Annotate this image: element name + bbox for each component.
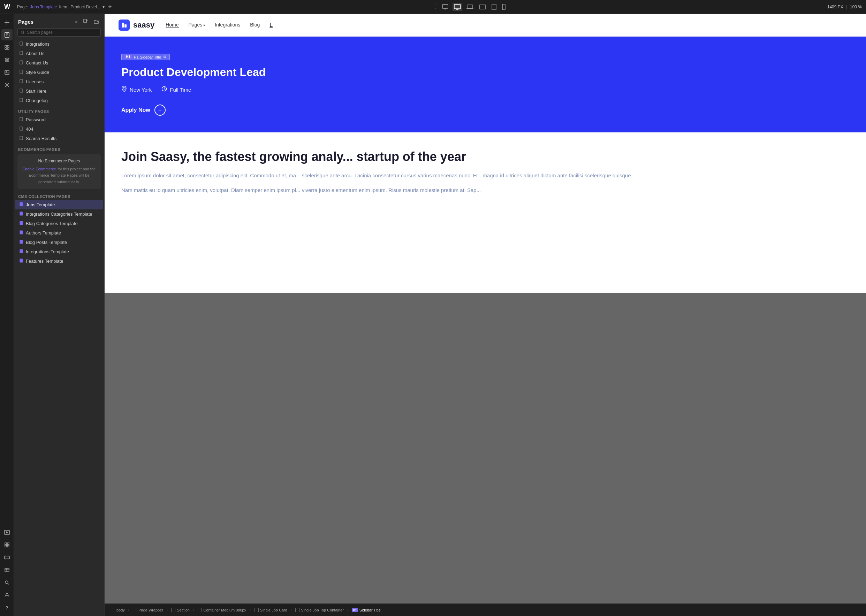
page-label: Blog Posts Template: [26, 240, 67, 245]
breadcrumb-sidebar-title[interactable]: H1 Sidebar Title: [348, 607, 384, 614]
logo-icon: [118, 19, 130, 31]
nav-blog[interactable]: Blog: [250, 22, 260, 28]
page-label: Contact Us: [26, 60, 48, 66]
page-item-features-template[interactable]: Features Template: [15, 256, 103, 266]
page-item-style-guide[interactable]: Style Guide: [15, 68, 103, 77]
device-laptop-btn[interactable]: [465, 3, 475, 11]
page-label: Licenses: [26, 79, 44, 84]
page-item-search-results[interactable]: Search Results: [15, 134, 103, 143]
page-label: Blog Categories Template: [26, 221, 78, 226]
svg-rect-25: [20, 61, 23, 64]
cms-page-icon: [19, 221, 23, 226]
content-section: Join Saasy, the fastest growing analy...…: [105, 132, 866, 217]
svg-point-22: [21, 31, 24, 33]
breakpoints-btn[interactable]: [2, 552, 13, 563]
close-pages-btn[interactable]: ×: [74, 19, 79, 25]
layers-btn[interactable]: [2, 54, 13, 66]
breadcrumb-page-wrapper[interactable]: Page Wrapper: [129, 607, 167, 614]
page-item-start-here[interactable]: Start Here: [15, 86, 103, 96]
page-label: Authors Template: [26, 230, 61, 236]
components-btn[interactable]: [2, 42, 13, 53]
clock-icon: [161, 86, 167, 93]
location-text: New York: [130, 87, 152, 93]
section-rect-icon: [171, 608, 175, 612]
page-label: Integrations: [26, 41, 49, 47]
page-icon: [19, 41, 23, 47]
svg-rect-12: [5, 71, 9, 75]
breadcrumb-section[interactable]: Section: [168, 607, 193, 614]
svg-rect-28: [20, 89, 23, 92]
page-item-licenses[interactable]: Licenses: [15, 77, 103, 86]
search-btn[interactable]: [2, 577, 13, 588]
add-folder-btn[interactable]: [92, 19, 100, 25]
h1-badge: H1: [124, 55, 132, 59]
element-label-badge: H1 H1 Sidebar Title ⚙: [121, 53, 170, 60]
account-btn[interactable]: [2, 589, 13, 601]
breadcrumb-single-job-top-container[interactable]: Single Job Top Container: [292, 607, 347, 614]
device-desktop-large-btn[interactable]: [441, 3, 450, 11]
svg-rect-35: [20, 221, 23, 225]
page-item-password[interactable]: Password: [15, 115, 103, 124]
page-item-integrations[interactable]: Integrations: [15, 39, 103, 49]
canvas-area: saasy Home Pages Integrations Blog L H1 …: [105, 14, 866, 616]
cms-page-icon: [19, 249, 23, 255]
cms-page-icon: [19, 240, 23, 245]
preview-btn[interactable]: [2, 527, 13, 538]
page-item-contact-us[interactable]: Contact Us: [15, 58, 103, 68]
location-icon: [121, 86, 127, 93]
svg-rect-31: [20, 127, 23, 130]
item-name[interactable]: Product Devel...: [71, 5, 100, 9]
nav-integrations[interactable]: Integrations: [215, 22, 240, 28]
page-item-404[interactable]: 404: [15, 124, 103, 134]
utility-pages-header: Utility Pages: [14, 105, 104, 115]
device-mobile-btn[interactable]: [501, 2, 507, 11]
page-icon: [19, 60, 23, 66]
device-tablet-landscape-btn[interactable]: [478, 3, 487, 11]
search-pages-input[interactable]: [27, 30, 98, 35]
nav-pages[interactable]: Pages: [189, 22, 205, 28]
hero-section[interactable]: H1 H1 Sidebar Title ⚙ Product Developmen…: [105, 36, 866, 132]
device-tablet-btn[interactable]: [490, 2, 498, 11]
h1-badge-icon: H1: [352, 608, 358, 612]
breadcrumb-container[interactable]: Container Medium 880px: [194, 607, 250, 614]
pages-search-box[interactable]: [17, 28, 101, 36]
gear-icon[interactable]: ⚙: [163, 55, 167, 59]
more-options-icon[interactable]: ⋮: [432, 3, 438, 10]
page-item-blog-categories-template[interactable]: Blog Categories Template: [15, 219, 103, 228]
device-desktop-btn[interactable]: [452, 3, 462, 11]
pages-panel: Pages × Integrations: [14, 14, 105, 616]
page-label: Integrations Categories Template: [26, 212, 92, 217]
svg-rect-0: [442, 5, 448, 8]
page-item-integrations-template[interactable]: Integrations Template: [15, 247, 103, 256]
page-name[interactable]: Jobs Template: [30, 5, 57, 9]
zoom-level: 100 %: [850, 5, 862, 9]
cms-btn[interactable]: [2, 564, 13, 575]
page-item-about-us[interactable]: About Us: [15, 49, 103, 58]
breadcrumb-label: Single Job Top Container: [301, 608, 344, 612]
add-page-btn[interactable]: [82, 18, 90, 25]
page-icon: [19, 126, 23, 132]
settings-btn[interactable]: [2, 79, 13, 91]
apply-now-btn[interactable]: Apply Now →: [121, 105, 165, 116]
svg-marker-16: [6, 531, 8, 533]
breadcrumb-single-job-card[interactable]: Single Job Card: [251, 607, 291, 614]
breadcrumb-body[interactable]: body: [107, 607, 128, 614]
device-selector: ⋮: [117, 2, 823, 11]
help-btn[interactable]: ?: [2, 602, 13, 613]
add-element-btn[interactable]: [2, 17, 13, 28]
page-item-authors-template[interactable]: Authors Template: [15, 228, 103, 237]
enable-ecommerce-link[interactable]: Enable Ecommerce: [23, 167, 56, 171]
topbar: W Page: Jobs Template Item: Product Deve…: [0, 0, 866, 14]
nav-home[interactable]: Home: [165, 22, 178, 28]
canvas-scroll[interactable]: saasy Home Pages Integrations Blog L H1 …: [105, 14, 866, 603]
page-item-integrations-categories[interactable]: Integrations Categories Template: [15, 209, 103, 219]
page-item-jobs-template[interactable]: Jobs Template: [15, 200, 103, 209]
page-item-blog-posts-template[interactable]: Blog Posts Template: [15, 237, 103, 247]
svg-rect-18: [5, 568, 9, 572]
eye-icon[interactable]: 👁: [108, 5, 112, 9]
grid-btn[interactable]: [2, 539, 13, 550]
pages-panel-btn[interactable]: [2, 29, 13, 41]
assets-btn[interactable]: [2, 67, 13, 78]
page-info: Page: Jobs Template Item: Product Devel.…: [17, 5, 112, 9]
page-item-changelog[interactable]: Changelog: [15, 96, 103, 105]
